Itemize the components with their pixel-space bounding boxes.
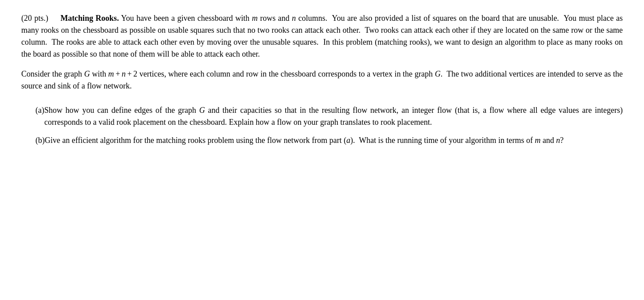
- part-b-item: (b) Give an efficient algorithm for the …: [21, 135, 623, 146]
- problem-title: Matching Rooks.: [60, 14, 119, 23]
- part-b-label: (b): [21, 135, 45, 146]
- parts-list: (a) Show how you can define edges of the…: [21, 104, 623, 146]
- part-a-item: (a) Show how you can define edges of the…: [21, 104, 623, 128]
- part-a-content: Show how you can define edges of the gra…: [44, 104, 623, 128]
- problem-container: (20 pts.) Matching Rooks. You have been …: [21, 12, 623, 146]
- intro-paragraph: (20 pts.) Matching Rooks. You have been …: [21, 12, 623, 60]
- points-label: (20 pts.): [21, 14, 48, 23]
- part-b-content: Give an efficient algorithm for the matc…: [45, 135, 623, 146]
- part-a-label: (a): [21, 104, 44, 116]
- graph-paragraph: Consider the graph G with m + n + 2 vert…: [21, 68, 623, 92]
